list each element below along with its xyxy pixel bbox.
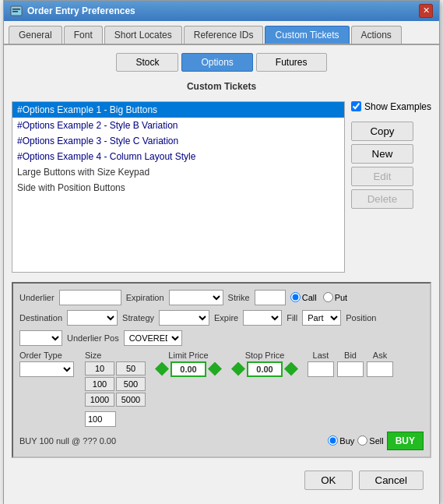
underlier-pos-label: Underlier Pos	[67, 333, 119, 343]
title-bar-left: Order Entry Preferences	[10, 5, 135, 17]
sub-tab-futures[interactable]: Futures	[256, 53, 327, 72]
buy-sell-group: Buy Sell BUY	[328, 432, 424, 450]
section-title: Custom Tickets	[12, 81, 431, 92]
window-title: Order Entry Preferences	[27, 5, 135, 16]
sell-radio-label: Sell	[357, 435, 383, 446]
show-examples-checkbox[interactable]	[351, 101, 361, 111]
app-icon	[10, 5, 23, 17]
strategy-select[interactable]	[159, 310, 209, 326]
custom-tickets-list[interactable]: #Options Example 1 - Big Buttons #Option…	[12, 101, 345, 273]
tab-custom-tickets[interactable]: Custom Tickets	[265, 26, 349, 44]
size-btn-5000[interactable]: 5000	[116, 393, 146, 407]
sub-tab-options[interactable]: Options	[181, 53, 252, 72]
strike-input[interactable]	[255, 290, 286, 305]
preview-row-4	[19, 411, 424, 427]
svg-rect-2	[12, 11, 18, 12]
cancel-button[interactable]: Cancel	[359, 471, 424, 490]
size-label: Size	[85, 351, 101, 360]
status-text: BUY 100 null @ ??? 0.00	[19, 436, 116, 446]
fill-select[interactable]: Part	[302, 310, 341, 326]
strategy-label: Strategy	[122, 313, 154, 322]
order-type-area: Order Type	[19, 351, 74, 377]
order-type-select[interactable]	[19, 361, 74, 377]
limit-price-input[interactable]	[171, 361, 206, 377]
call-put-group: Call Put	[290, 292, 347, 302]
list-item[interactable]: #Options Example 3 - Style C Variation	[12, 133, 344, 149]
stop-price-input[interactable]	[247, 361, 283, 377]
list-item[interactable]: Side with Position Buttons	[12, 180, 344, 196]
destination-label: Destination	[19, 313, 62, 322]
buy-radio[interactable]	[328, 435, 338, 446]
content-area: Stock Options Futures Custom Tickets #Op…	[4, 45, 439, 504]
ok-button[interactable]: OK	[304, 471, 352, 490]
put-radio[interactable]	[323, 292, 333, 302]
call-radio[interactable]	[290, 292, 301, 302]
buy-radio-label: Buy	[328, 435, 354, 446]
tab-font[interactable]: Font	[64, 26, 103, 44]
title-bar: Order Entry Preferences ✕	[4, 1, 439, 21]
list-item[interactable]: Large Buttons with Size Keypad	[12, 164, 344, 180]
bid-label: Bid	[337, 351, 364, 360]
delete-button[interactable]: Delete	[351, 189, 413, 209]
underlier-pos-select[interactable]: COVERED	[124, 330, 182, 346]
underlier-label: Underlier	[19, 293, 54, 302]
size-btn-50[interactable]: 50	[116, 361, 146, 375]
position-label: Position	[346, 313, 376, 322]
tab-general[interactable]: General	[9, 26, 62, 44]
sell-radio[interactable]	[357, 435, 367, 446]
sub-tab-stock[interactable]: Stock	[116, 53, 178, 72]
lba-area: Last Bid Ask	[308, 351, 393, 377]
size-btn-500[interactable]: 500	[116, 377, 146, 391]
expiration-select[interactable]	[169, 290, 223, 305]
ask-input[interactable]	[367, 361, 393, 377]
size-input[interactable]	[85, 411, 116, 427]
stop-price-label: Stop Price	[245, 351, 285, 360]
tab-short-locates[interactable]: Short Locates	[104, 26, 182, 44]
stop-up-btn[interactable]	[284, 362, 298, 376]
close-button[interactable]: ✕	[419, 4, 433, 18]
copy-button[interactable]: Copy	[351, 122, 413, 141]
order-type-label: Order Type	[19, 351, 62, 360]
destination-select[interactable]	[67, 310, 118, 326]
list-item[interactable]: #Options Example 2 - Style B Variation	[12, 118, 344, 133]
preview-panel: Underlier Expiration Strike Call Put	[12, 282, 431, 458]
tab-actions[interactable]: Actions	[351, 26, 402, 44]
sub-tab-bar: Stock Options Futures	[12, 53, 431, 72]
size-btn-100[interactable]: 100	[85, 377, 114, 391]
limit-up-btn[interactable]	[208, 362, 222, 376]
size-btn-1000[interactable]: 1000	[85, 393, 114, 407]
main-window: Order Entry Preferences ✕ General Font S…	[3, 0, 440, 504]
last-label: Last	[308, 351, 334, 360]
buy-button[interactable]: BUY	[387, 432, 424, 450]
put-radio-label: Put	[323, 292, 348, 302]
new-button[interactable]: New	[351, 144, 413, 164]
preview-row-1: Underlier Expiration Strike Call Put	[19, 290, 424, 305]
status-bar: BUY 100 null @ ??? 0.00 Buy Sell BUY	[19, 432, 424, 450]
limit-down-btn[interactable]	[155, 362, 169, 376]
stop-down-btn[interactable]	[231, 362, 245, 376]
size-btn-10[interactable]: 10	[85, 361, 114, 375]
size-input-area	[85, 411, 116, 427]
preview-row-3: Order Type Size 10 50 100 500 1000 5000	[19, 351, 424, 407]
strike-label: Strike	[228, 293, 250, 302]
bid-input[interactable]	[337, 361, 364, 377]
lba-labels: Last Bid Ask	[308, 351, 393, 360]
last-input[interactable]	[308, 361, 334, 377]
svg-rect-1	[12, 9, 20, 10]
call-radio-label: Call	[290, 292, 317, 302]
underlier-input[interactable]	[59, 290, 121, 305]
edit-button[interactable]: Edit	[351, 167, 413, 186]
size-grid: 10 50 100 500 1000 5000	[85, 361, 146, 407]
tab-reference-ids[interactable]: Reference IDs	[184, 26, 264, 44]
limit-price-label: Limit Price	[168, 351, 208, 360]
list-item[interactable]: #Options Example 4 - Column Layout Style	[12, 149, 344, 164]
fill-label: Fill	[287, 313, 297, 322]
preview-row-2: Destination Strategy Expire Fill Part Po…	[19, 310, 424, 346]
show-examples-row: Show Examples	[351, 101, 431, 112]
expire-select[interactable]	[243, 310, 282, 326]
position-select[interactable]	[19, 330, 62, 346]
list-item[interactable]: #Options Example 1 - Big Buttons	[12, 102, 344, 118]
limit-diamond-row	[155, 361, 222, 377]
lba-inputs	[308, 361, 393, 377]
expire-label: Expire	[214, 313, 238, 322]
